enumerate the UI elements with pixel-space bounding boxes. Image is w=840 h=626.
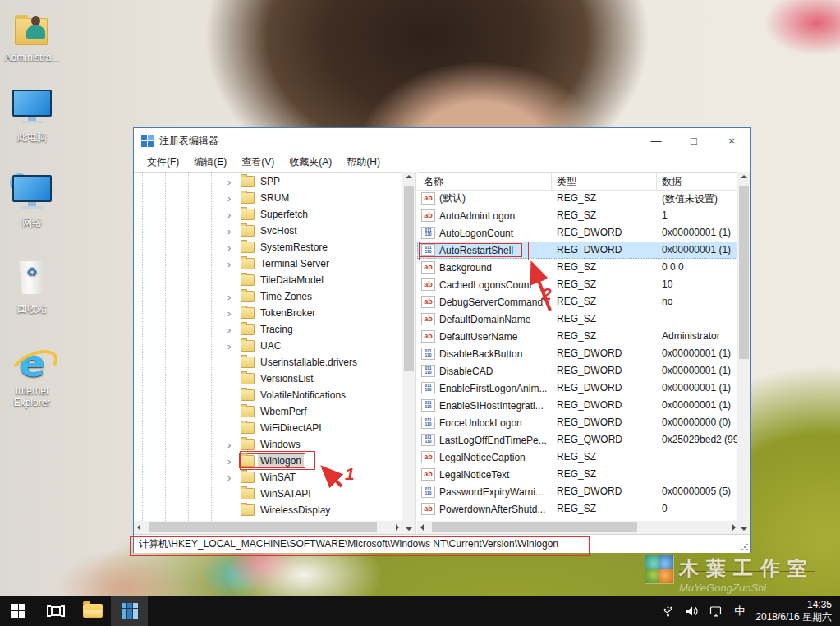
registry-value-row[interactable]: PowerdownAfterShutd... REG_SZ 0 [417,500,737,518]
registry-value-row[interactable]: EnableSIHostIntegrati... REG_DWORD 0x000… [417,397,737,414]
registry-value-row[interactable]: (默认) REG_SZ (数值未设置) [417,190,737,207]
start-button[interactable] [0,596,37,626]
tree-node[interactable]: › WinSAT [134,469,402,486]
scroll-left-icon[interactable] [137,524,140,531]
minimize-button[interactable]: — [637,128,675,153]
tree-node[interactable]: › UAC [134,338,402,354]
tree-horizontal-scrollbar[interactable] [134,521,402,534]
chevron-right-icon[interactable]: › [227,209,239,220]
desktop-icon-administrator[interactable]: Administra... [2,10,62,63]
scroll-right-icon[interactable] [396,524,399,531]
registry-value-row[interactable]: AutoRestartShell REG_DWORD 0x00000001 (1… [417,242,737,259]
list-vertical-scrollbar[interactable] [737,172,750,534]
file-explorer-button[interactable] [74,596,111,626]
tree-node[interactable]: › TileDataModel [134,272,402,288]
chevron-right-icon[interactable]: › [227,177,239,187]
registry-value-row[interactable]: DefaultDomainName REG_SZ [417,311,737,328]
scroll-up-icon[interactable] [741,175,747,178]
scroll-down-icon[interactable] [741,527,747,531]
registry-value-row[interactable]: LastLogOffEndTimePe... REG_QWORD 0x25029… [417,431,737,449]
tree-node[interactable]: › Terminal Server [134,255,402,272]
scroll-down-icon[interactable] [406,527,412,531]
list-horizontal-scrollbar[interactable] [417,521,739,534]
desktop-icon-recycle-bin[interactable]: ♻ 回收站 [2,260,62,315]
tree-node[interactable]: › TokenBroker [134,305,402,321]
registry-value-row[interactable]: DisableCAD REG_DWORD 0x00000001 (1) [417,362,737,380]
desktop-icon-this-pc[interactable]: 此电脑 [2,87,62,143]
volume-icon[interactable] [685,605,699,618]
chevron-right-icon[interactable]: › [227,472,239,483]
folder-icon [241,176,255,187]
chevron-right-icon[interactable]: › [227,325,239,335]
regedit-taskbar-button[interactable] [111,596,148,626]
chevron-right-icon[interactable]: › [227,226,239,237]
scroll-left-icon[interactable] [420,524,424,531]
value-type: REG_DWORD [557,227,657,238]
registry-value-row[interactable]: AutoLogonCount REG_DWORD 0x00000001 (1) [417,224,737,242]
column-header-type[interactable]: 类型 [557,175,576,189]
tree-node[interactable]: › WiFiDirectAPI [134,420,402,436]
tree-node[interactable]: › Windows [134,436,402,453]
menu-view[interactable]: 查看(V) [234,153,282,172]
resize-grip-icon[interactable] [741,543,749,551]
network-icon[interactable] [709,605,723,618]
scroll-right-icon[interactable] [732,524,736,531]
registry-value-row[interactable]: LegalNoticeText REG_SZ [417,466,737,483]
task-view-button[interactable] [37,596,74,626]
registry-value-row[interactable]: DefaultUserName REG_SZ Administrator [417,328,737,345]
chevron-right-icon[interactable]: › [227,193,239,204]
tree-vertical-scrollbar[interactable] [402,172,415,534]
registry-value-row[interactable]: Background REG_SZ 0 0 0 [417,259,737,276]
tree-node[interactable]: › WirelessDisplay [134,502,402,518]
tree-node[interactable]: › SvcHost [134,223,402,239]
maximize-button[interactable]: □ [675,128,713,153]
column-header-name[interactable]: 名称 [424,175,443,189]
column-header-data[interactable]: 数据 [662,175,682,189]
registry-value-row[interactable]: ForceUnlockLogon REG_DWORD 0x00000000 (0… [417,414,737,431]
desktop-icon-internet-explorer[interactable]: e Internet Explorer [2,343,62,408]
chevron-right-icon[interactable]: › [227,292,239,302]
menu-file[interactable]: 文件(F) [140,153,186,172]
tree-node[interactable]: › Time Zones [134,288,402,305]
usb-icon[interactable] [662,605,674,618]
taskbar-clock[interactable]: 14:35 2018/6/16 星期六 [755,599,832,624]
close-button[interactable]: × [713,128,750,153]
menu-favorites[interactable]: 收藏夹(A) [282,153,339,172]
title-bar[interactable]: 注册表编辑器 — □ × [134,128,750,153]
tree-node[interactable]: › Superfetch [134,206,402,223]
scrollbar-thumb[interactable] [432,522,637,532]
value-data: 10 [662,278,739,290]
chevron-right-icon[interactable]: › [227,341,239,352]
scrollbar-thumb[interactable] [739,186,749,359]
registry-value-row[interactable]: DisableBackButton REG_DWORD 0x00000001 (… [417,345,737,362]
chevron-right-icon[interactable]: › [227,440,239,450]
menu-edit[interactable]: 编辑(E) [186,153,234,172]
registry-value-row[interactable]: AutoAdminLogon REG_SZ 1 [417,207,737,224]
registry-value-row[interactable]: LegalNoticeCaption REG_SZ [417,449,737,466]
tree-node[interactable]: › SystemRestore [134,239,402,255]
registry-value-row[interactable]: DebugServerCommand REG_SZ no [417,293,737,311]
chevron-right-icon[interactable]: › [227,259,239,269]
tree-node[interactable]: › Userinstallable.drivers [134,354,402,371]
value-data: 0x00000000 (0) [662,417,739,428]
scroll-up-icon[interactable] [406,175,412,178]
desktop-icon-network[interactable]: 网络 [2,173,62,228]
tree-node[interactable]: › VersionsList [134,371,402,387]
scrollbar-thumb[interactable] [404,186,414,371]
tree-node[interactable]: › WbemPerf [134,403,402,420]
tree-node[interactable]: › SPP [134,173,402,190]
registry-value-row[interactable]: PasswordExpiryWarni... REG_DWORD 0x00000… [417,483,737,500]
tree-node[interactable]: › Tracing [134,321,402,338]
chevron-right-icon[interactable]: › [227,242,239,253]
tree-node[interactable]: › SRUM [134,190,402,206]
tree-node[interactable]: › WinSATAPI [134,486,402,502]
menu-help[interactable]: 帮助(H) [339,153,388,172]
chevron-right-icon[interactable]: › [227,456,239,467]
chevron-right-icon[interactable]: › [227,308,239,319]
scrollbar-thumb[interactable] [149,522,377,532]
tree-node[interactable]: › VolatileNotifications [134,387,402,403]
ime-indicator[interactable]: 中 [734,604,745,619]
registry-value-row[interactable]: CachedLogonsCount REG_SZ 10 [417,276,737,293]
tree-node[interactable]: › Winlogon [134,453,402,469]
registry-value-row[interactable]: EnableFirstLogonAnim... REG_DWORD 0x0000… [417,380,737,397]
